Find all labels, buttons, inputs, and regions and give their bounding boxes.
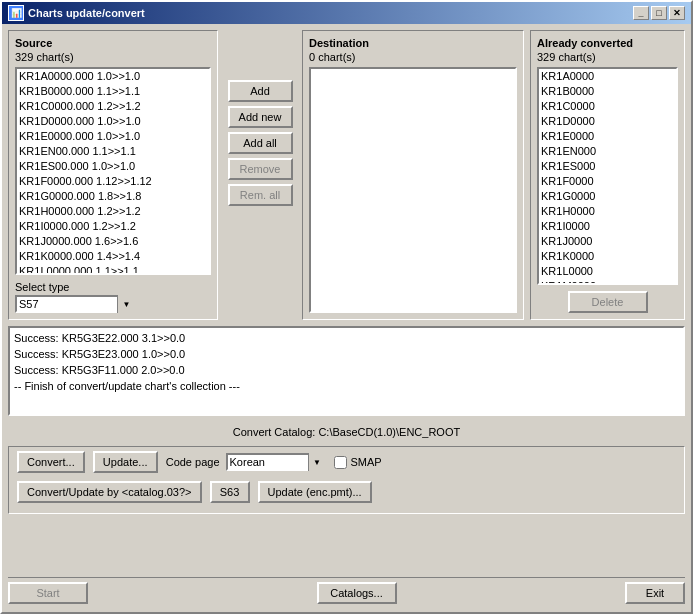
source-panel: Source 329 chart(s) KR1A0000.000 1.0>>1.… — [8, 30, 218, 320]
list-item[interactable]: KR1I0000 — [539, 219, 676, 234]
add-all-button[interactable]: Add all — [228, 132, 293, 154]
destination-listbox[interactable] — [311, 69, 515, 311]
destination-label: Destination — [309, 37, 517, 49]
list-item[interactable]: KR1L0000 — [539, 264, 676, 279]
already-converted-listbox-container: KR1A0000KR1B0000KR1C0000KR1D0000KR1E0000… — [537, 67, 678, 285]
list-item[interactable]: KR1B0000 — [539, 84, 676, 99]
list-item[interactable]: KR1A0000.000 1.0>>1.0 — [17, 69, 209, 84]
minimize-button[interactable]: _ — [633, 6, 649, 20]
list-item[interactable]: KR1D0000 — [539, 114, 676, 129]
middle-buttons-col: Add Add new Add all Remove Rem. all — [224, 30, 296, 320]
catalogs-button[interactable]: Catalogs... — [317, 582, 397, 604]
start-button[interactable]: Start — [8, 582, 88, 604]
already-converted-panel: Already converted 329 chart(s) KR1A0000K… — [530, 30, 685, 320]
window-body: Source 329 chart(s) KR1A0000.000 1.0>>1.… — [2, 24, 691, 612]
catalog-label: Convert Catalog: — [233, 426, 316, 438]
title-bar-left: 📊 Charts update/convert — [8, 5, 145, 21]
remove-button[interactable]: Remove — [228, 158, 293, 180]
add-new-button[interactable]: Add new — [228, 106, 293, 128]
list-item[interactable]: KR1I0000.000 1.2>>1.2 — [17, 219, 209, 234]
add-button[interactable]: Add — [228, 80, 293, 102]
actions-section: Convert... Update... Code page KoreanJap… — [8, 446, 685, 514]
list-item[interactable]: KR1ES000 — [539, 159, 676, 174]
list-item[interactable]: KR1D0000.000 1.0>>1.0 — [17, 114, 209, 129]
close-button[interactable]: ✕ — [669, 6, 685, 20]
list-item[interactable]: KR1E0000 — [539, 129, 676, 144]
code-page-dropdown[interactable]: KoreanJapaneseChineseUTF-8 — [226, 453, 326, 471]
rem-all-button[interactable]: Rem. all — [228, 184, 293, 206]
list-item[interactable]: KR1F0000 — [539, 174, 676, 189]
update-enc-button[interactable]: Update (enc.pmt)... — [258, 481, 372, 503]
catalog-path: C:\BaseCD(1.0)\ENC_ROOT — [318, 426, 460, 438]
source-count: 329 chart(s) — [15, 51, 211, 63]
list-item[interactable]: KR1K0000 — [539, 249, 676, 264]
list-item[interactable]: KR1J0000.000 1.6>>1.6 — [17, 234, 209, 249]
window-title: Charts update/convert — [28, 7, 145, 19]
list-item[interactable]: KR1B0000.000 1.1>>1.1 — [17, 84, 209, 99]
log-line: -- Finish of convert/update chart's coll… — [14, 378, 679, 394]
list-item[interactable]: KR1E0000.000 1.0>>1.0 — [17, 129, 209, 144]
list-item[interactable]: KR1EN000 — [539, 144, 676, 159]
smap-checkbox[interactable] — [334, 456, 347, 469]
smap-label: SMAP — [351, 456, 382, 468]
top-row: Source 329 chart(s) KR1A0000.000 1.0>>1.… — [8, 30, 685, 320]
code-page-label: Code page — [166, 456, 220, 468]
update-button[interactable]: Update... — [93, 451, 158, 473]
list-item[interactable]: KR1L0000.000 1.1>>1.1 — [17, 264, 209, 273]
catalog-row: Convert Catalog: C:\BaseCD(1.0)\ENC_ROOT — [8, 426, 685, 438]
list-item[interactable]: KR1G0000 — [539, 189, 676, 204]
s63-button[interactable]: S63 — [210, 481, 250, 503]
source-listbox[interactable]: KR1A0000.000 1.0>>1.0KR1B0000.000 1.1>>1… — [17, 69, 209, 273]
already-converted-listbox[interactable]: KR1A0000KR1B0000KR1C0000KR1D0000KR1E0000… — [539, 69, 676, 283]
log-line: Success: KR5G3F11.000 2.0>>0.0 — [14, 362, 679, 378]
list-item[interactable]: KR1G0000.000 1.8>>1.8 — [17, 189, 209, 204]
list-item[interactable]: KR1M0000 — [539, 279, 676, 283]
code-page-row: Code page KoreanJapaneseChineseUTF-8 ▼ — [166, 453, 326, 471]
already-converted-label: Already converted — [537, 37, 678, 49]
maximize-button[interactable]: □ — [651, 6, 667, 20]
list-item[interactable]: KR1EN00.000 1.1>>1.1 — [17, 144, 209, 159]
actions-row-2: Convert/Update by <catalog.03?> S63 Upda… — [17, 481, 676, 503]
main-window: 📊 Charts update/convert _ □ ✕ Source 329… — [0, 0, 693, 614]
title-bar: 📊 Charts update/convert _ □ ✕ — [2, 2, 691, 24]
select-type-dropdown[interactable]: S57S63CM93 — [15, 295, 135, 313]
smap-checkbox-label: SMAP — [334, 456, 382, 469]
source-listbox-container: KR1A0000.000 1.0>>1.0KR1B0000.000 1.1>>1… — [15, 67, 211, 275]
convert-button[interactable]: Convert... — [17, 451, 85, 473]
list-item[interactable]: KR1C0000 — [539, 99, 676, 114]
source-label: Source — [15, 37, 211, 49]
select-type-row: Select type S57S63CM93 ▼ — [15, 281, 211, 313]
list-item[interactable]: KR1C0000.000 1.2>>1.2 — [17, 99, 209, 114]
exit-button[interactable]: Exit — [625, 582, 685, 604]
delete-button[interactable]: Delete — [568, 291, 648, 313]
log-panel: Success: KR5G3E22.000 3.1>>0.0Success: K… — [8, 326, 685, 416]
title-buttons: _ □ ✕ — [633, 6, 685, 20]
window-icon: 📊 — [8, 5, 24, 21]
actions-row-1: Convert... Update... Code page KoreanJap… — [17, 451, 676, 473]
list-item[interactable]: KR1K0000.000 1.4>>1.4 — [17, 249, 209, 264]
list-item[interactable]: KR1H0000.000 1.2>>1.2 — [17, 204, 209, 219]
list-item[interactable]: KR1ES00.000 1.0>>1.0 — [17, 159, 209, 174]
bottom-row: Start Catalogs... Exit — [8, 577, 685, 606]
log-line: Success: KR5G3E23.000 1.0>>0.0 — [14, 346, 679, 362]
destination-count: 0 chart(s) — [309, 51, 517, 63]
log-line: Success: KR5G3E22.000 3.1>>0.0 — [14, 330, 679, 346]
already-converted-count: 329 chart(s) — [537, 51, 678, 63]
list-item[interactable]: KR1H0000 — [539, 204, 676, 219]
select-type-wrapper: S57S63CM93 ▼ — [15, 295, 135, 313]
list-item[interactable]: KR1F0000.000 1.12>>1.12 — [17, 174, 209, 189]
list-item[interactable]: KR1J0000 — [539, 234, 676, 249]
convert-update-catalog-button[interactable]: Convert/Update by <catalog.03?> — [17, 481, 202, 503]
select-type-label: Select type — [15, 281, 211, 293]
code-page-wrapper: KoreanJapaneseChineseUTF-8 ▼ — [226, 453, 326, 471]
list-item[interactable]: KR1A0000 — [539, 69, 676, 84]
destination-panel: Destination 0 chart(s) — [302, 30, 524, 320]
destination-listbox-container — [309, 67, 517, 313]
